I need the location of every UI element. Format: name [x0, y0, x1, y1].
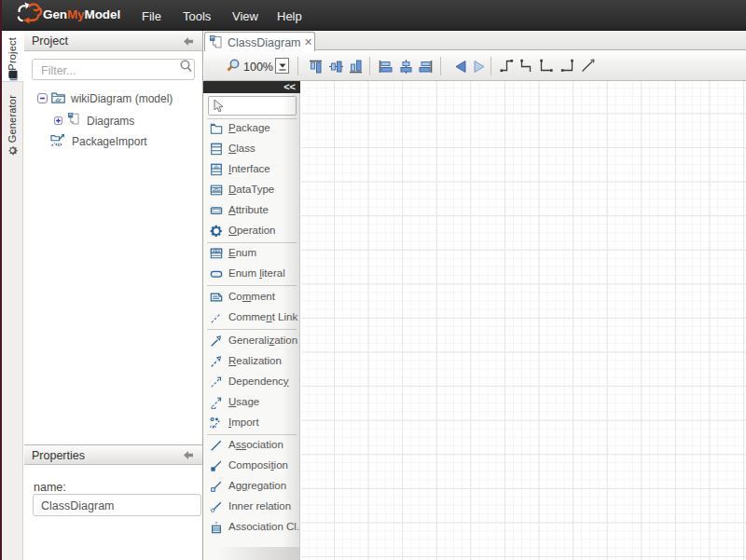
svg-text:«D»: «D»: [212, 188, 220, 193]
svg-text:«E»: «E»: [212, 249, 220, 253]
svg-text:‹I›: ‹I›: [214, 165, 218, 170]
